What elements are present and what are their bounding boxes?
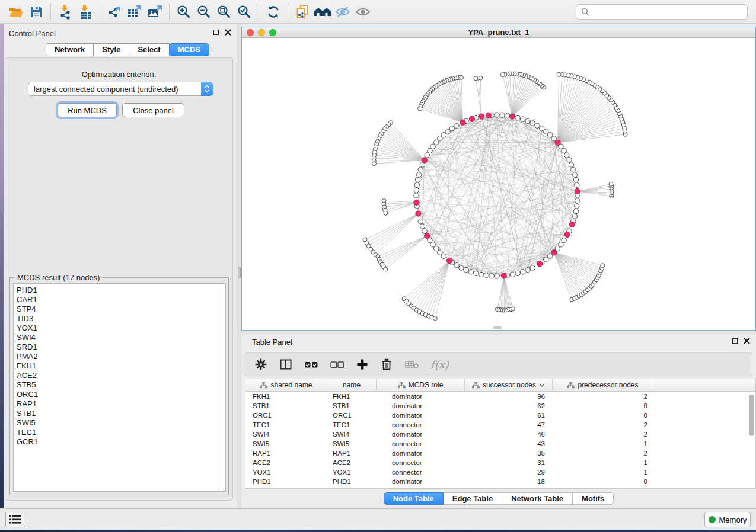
plus-icon (356, 358, 369, 371)
column-header-successor-nodes[interactable]: successor nodes (465, 379, 553, 391)
export-image-button[interactable] (145, 2, 165, 21)
search-icon (581, 8, 590, 17)
network-window-title: YPA_prune.txt_1 (242, 27, 755, 37)
close-panel-button[interactable]: Close panel (122, 103, 184, 117)
mcds-result-item[interactable]: ACE2 (17, 371, 225, 380)
network-window-titlebar[interactable]: YPA_prune.txt_1 (242, 27, 755, 38)
open-button[interactable] (6, 2, 26, 21)
gear-icon (254, 357, 268, 371)
table-mode-button[interactable] (254, 355, 268, 373)
table-scrollbar-thumb[interactable] (749, 395, 754, 436)
network-canvas[interactable] (242, 38, 755, 330)
tab-style[interactable]: Style (94, 43, 129, 56)
column-header-mcds-role[interactable]: MCDS role (377, 379, 465, 391)
table-type-tabs: Node Table Edge Table Network Table Moti… (241, 492, 756, 505)
import-table-button[interactable] (75, 2, 95, 21)
tab-network-table[interactable]: Network Table (502, 492, 573, 505)
selected-option: largest connected component (undirected) (28, 85, 201, 94)
share-document-button[interactable] (292, 2, 312, 21)
table-row[interactable]: TEC1 TEC1 connector 47 2 (245, 420, 755, 430)
list-scrollbar-track[interactable] (221, 284, 221, 491)
add-column-button[interactable] (356, 355, 369, 373)
table-row[interactable]: SWI4 SWI4 dominator 46 2 (245, 430, 755, 439)
show-panels-button[interactable] (5, 512, 25, 527)
select-all-button[interactable] (304, 355, 319, 373)
column-header-predecessor-nodes[interactable]: predecessor nodes (553, 379, 653, 391)
refresh-button[interactable] (263, 2, 283, 21)
column-header-filler (653, 379, 755, 391)
mcds-result-list[interactable]: PHD1CAR1STP4TID3YOX1SWI4SRD1PMA2FKH1ACE2… (13, 283, 226, 492)
zoom-out-button[interactable] (194, 2, 214, 21)
mcds-result-item[interactable]: GCR1 (17, 437, 225, 447)
select-stepper-icon (201, 82, 213, 96)
divider-handle[interactable] (238, 267, 241, 278)
mcds-result-item[interactable]: RAP1 (17, 399, 225, 409)
run-mcds-button[interactable]: Run MCDS (58, 103, 117, 117)
tab-node-table[interactable]: Node Table (384, 492, 444, 505)
tab-network[interactable]: Network (46, 43, 94, 56)
mcds-result-item[interactable]: TEC1 (17, 428, 225, 437)
deselect-all-icon (330, 357, 345, 371)
tab-motifs[interactable]: Motifs (573, 492, 614, 505)
close-window-icon[interactable] (247, 29, 254, 36)
float-panel-icon[interactable] (213, 30, 219, 35)
mcds-result-item[interactable]: STB1 (17, 409, 225, 418)
tab-select[interactable]: Select (129, 43, 169, 56)
memory-button[interactable]: Memory (704, 512, 751, 527)
table-row[interactable]: SWI5 SWI5 connector 43 1 (245, 439, 755, 448)
toolbar-separator (50, 4, 51, 20)
column-header-shared-name[interactable]: shared name (245, 379, 327, 391)
zoom-fit-button[interactable] (214, 2, 234, 21)
mcds-result-item[interactable]: FKH1 (17, 361, 225, 371)
toggle-columns-button[interactable] (279, 355, 293, 373)
zoom-selected-button[interactable] (234, 2, 254, 21)
trash-icon (379, 357, 394, 371)
mcds-result-item[interactable]: STB5 (17, 380, 225, 390)
canvas-hscroll-handle[interactable] (493, 326, 502, 329)
table-row[interactable]: ORC1 ORC1 dominator 61 0 (245, 411, 755, 420)
table-row[interactable]: PHD1 PHD1 dominator 18 0 (245, 477, 755, 486)
search-input[interactable] (590, 5, 747, 18)
export-table-button[interactable] (125, 2, 145, 21)
table-row[interactable]: FKH1 FKH1 dominator 96 2 (245, 392, 755, 401)
table-row[interactable]: RAP1 RAP1 dominator 35 2 (245, 448, 755, 458)
tab-mcds[interactable]: MCDS (169, 43, 209, 56)
deselect-all-button[interactable] (330, 355, 345, 373)
mcds-result-item[interactable]: YOX1 (17, 323, 225, 333)
table-row[interactable]: YOX1 YOX1 connector 29 1 (245, 467, 755, 477)
table-row[interactable]: STB1 STB1 dominator 62 0 (245, 401, 755, 411)
mcds-result-item[interactable]: STP4 (17, 305, 225, 314)
mcds-result-item[interactable]: SWI5 (17, 418, 225, 428)
search-box[interactable] (576, 4, 748, 20)
zoom-fit-icon (216, 4, 232, 20)
function-builder-icon[interactable]: f(x) (430, 358, 449, 371)
import-network-button[interactable] (55, 2, 75, 21)
table-panel: Table Panel f(x) shared name name MCDS r… (241, 335, 756, 508)
close-panel-icon[interactable] (225, 29, 231, 36)
neighbors-button[interactable] (312, 2, 333, 21)
show-all-button[interactable] (353, 2, 373, 21)
minimize-window-icon[interactable] (258, 29, 265, 36)
delete-table-button[interactable] (404, 355, 420, 373)
mcds-result-item[interactable]: TID3 (17, 314, 225, 323)
maximize-window-icon[interactable] (269, 29, 276, 36)
save-button[interactable] (26, 2, 46, 21)
delete-column-button[interactable] (379, 355, 394, 373)
zoom-in-button[interactable] (174, 2, 194, 21)
close-panel-icon[interactable] (744, 338, 750, 344)
mcds-result-item[interactable]: SWI4 (17, 333, 225, 342)
mcds-result-item[interactable]: PMA2 (17, 352, 225, 361)
float-panel-icon[interactable] (732, 338, 738, 344)
mcds-result-item[interactable]: ORC1 (17, 390, 225, 399)
mcds-result-item[interactable]: PHD1 (17, 286, 225, 295)
optimization-criterion-select[interactable]: largest connected component (undirected) (28, 82, 213, 96)
table-row[interactable]: ACE2 ACE2 connector 31 1 (245, 458, 755, 467)
export-network-button[interactable] (104, 2, 125, 21)
mcds-result-item[interactable]: SRD1 (17, 342, 225, 352)
hide-selected-button[interactable] (333, 2, 353, 21)
mcds-result-item[interactable]: CAR1 (17, 295, 225, 305)
horizontal-split-divider[interactable] (241, 331, 756, 335)
tab-edge-table[interactable]: Edge Table (444, 492, 502, 505)
vertical-split-divider[interactable] (237, 24, 241, 508)
column-header-name[interactable]: name (327, 379, 377, 391)
